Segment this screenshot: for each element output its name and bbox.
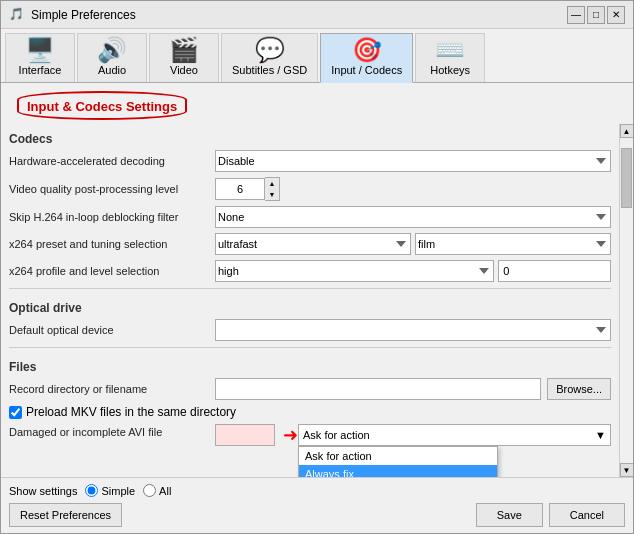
skip-h264-row: Skip H.264 in-loop deblocking filter Non… — [9, 206, 611, 228]
title-bar: 🎵 Simple Preferences — □ ✕ — [1, 1, 633, 29]
preload-label: Preload MKV files in the same directory — [26, 405, 236, 419]
x264-preset-row: x264 preset and tuning selection ultrafa… — [9, 233, 611, 255]
spin-up[interactable]: ▲ — [265, 178, 279, 189]
maximize-button[interactable]: □ — [587, 6, 605, 24]
optical-section: Optical drive Default optical device — [9, 288, 611, 341]
tab-video[interactable]: 🎬 Video — [149, 33, 219, 82]
files-section: Files Record directory or filename Brows… — [9, 347, 611, 419]
x264-level-input[interactable] — [498, 260, 611, 282]
scroll-thumb-area — [620, 138, 633, 463]
close-button[interactable]: ✕ — [607, 6, 625, 24]
all-radio-label[interactable]: All — [143, 484, 171, 497]
video-icon: 🎬 — [169, 38, 199, 62]
minimize-button[interactable]: — — [567, 6, 585, 24]
scroll-down-button[interactable]: ▼ — [620, 463, 634, 477]
show-settings-row: Show settings Simple All — [9, 484, 625, 497]
damaged-avi-list: Ask for action Always fix Never fix Fix … — [298, 446, 498, 477]
section-title: Input & Codecs Settings — [17, 91, 187, 120]
damaged-avi-dropdown: Ask for action ▼ Ask for action Always f… — [298, 424, 611, 446]
tab-interface[interactable]: 🖥️ Interface — [5, 33, 75, 82]
bottom-buttons: Reset Preferences Save Cancel — [9, 503, 625, 527]
hardware-decoding-label: Hardware-accelerated decoding — [9, 155, 209, 167]
hardware-decoding-select[interactable]: Disable Automatic Direct3D11 — [215, 150, 611, 172]
interface-icon: 🖥️ — [25, 38, 55, 62]
browse-button[interactable]: Browse... — [547, 378, 611, 400]
scroll-thumb[interactable] — [621, 148, 632, 208]
tab-video-label: Video — [170, 64, 198, 76]
record-dir-input[interactable] — [215, 378, 541, 400]
optical-device-label: Default optical device — [9, 324, 209, 336]
optical-device-select[interactable] — [215, 319, 611, 341]
x264-preset-select[interactable]: ultrafast fast medium — [215, 233, 411, 255]
x264-preset-selects: ultrafast fast medium film animation gra… — [215, 233, 611, 255]
subtitles-icon: 💬 — [255, 38, 285, 62]
video-quality-row: Video quality post-processing level ▲ ▼ — [9, 177, 611, 201]
x264-profile-label: x264 profile and level selection — [9, 265, 209, 277]
x264-profile-select[interactable]: high baseline main — [215, 260, 494, 282]
avi-option-ask[interactable]: Ask for action — [299, 447, 497, 465]
tab-input[interactable]: 🎯 Input / Codecs — [320, 33, 413, 83]
content-scroll-area: Codecs Hardware-accelerated decoding Dis… — [1, 124, 633, 477]
tab-subtitles-label: Subtitles / GSD — [232, 64, 307, 76]
nav-tabs: 🖥️ Interface 🔊 Audio 🎬 Video 💬 Subtitles… — [1, 29, 633, 83]
tab-subtitles[interactable]: 💬 Subtitles / GSD — [221, 33, 318, 82]
video-quality-label: Video quality post-processing level — [9, 183, 209, 195]
record-dir-label: Record directory or filename — [9, 383, 209, 395]
dropdown-arrow-icon: ▼ — [595, 429, 606, 441]
x264-tuning-select[interactable]: film animation grain — [415, 233, 611, 255]
simple-radio[interactable] — [85, 484, 98, 497]
codecs-label: Codecs — [9, 132, 611, 146]
reset-button[interactable]: Reset Preferences — [9, 503, 122, 527]
x264-profile-row: x264 profile and level selection high ba… — [9, 260, 611, 282]
input-icon: 🎯 — [352, 38, 382, 62]
x264-profile-selects: high baseline main — [215, 260, 611, 282]
spin-down[interactable]: ▼ — [265, 189, 279, 200]
hardware-decoding-row: Hardware-accelerated decoding Disable Au… — [9, 150, 611, 172]
x264-preset-label: x264 preset and tuning selection — [9, 238, 209, 250]
main-content: Codecs Hardware-accelerated decoding Dis… — [1, 124, 619, 477]
skip-h264-label: Skip H.264 in-loop deblocking filter — [9, 211, 209, 223]
damaged-avi-value: Ask for action — [303, 429, 595, 441]
avi-option-always[interactable]: Always fix — [299, 465, 497, 477]
bottom-bar: Show settings Simple All Reset Preferenc… — [1, 477, 633, 533]
app-icon: 🎵 — [9, 7, 25, 23]
optical-label: Optical drive — [9, 301, 611, 315]
show-settings-label: Show settings — [9, 485, 77, 497]
skip-h264-select[interactable]: None Non-ref Bidir — [215, 206, 611, 228]
all-radio[interactable] — [143, 484, 156, 497]
spin-buttons: ▲ ▼ — [265, 177, 280, 201]
preload-checkbox[interactable] — [9, 406, 22, 419]
arrow-icon: ➜ — [283, 424, 298, 446]
tab-audio-label: Audio — [98, 64, 126, 76]
tab-audio[interactable]: 🔊 Audio — [77, 33, 147, 82]
tab-input-label: Input / Codecs — [331, 64, 402, 76]
window-title: Simple Preferences — [31, 8, 136, 22]
window-controls: — □ ✕ — [567, 6, 625, 24]
hotkeys-icon: ⌨️ — [435, 38, 465, 62]
scroll-up-button[interactable]: ▲ — [620, 124, 634, 138]
optical-device-row: Default optical device — [9, 319, 611, 341]
right-buttons: Save Cancel — [476, 503, 625, 527]
damaged-avi-trigger[interactable]: Ask for action ▼ — [298, 424, 611, 446]
simple-radio-label[interactable]: Simple — [85, 484, 135, 497]
damaged-avi-label: Damaged or incomplete AVI file — [9, 424, 209, 438]
files-label: Files — [9, 360, 611, 374]
video-quality-input[interactable] — [215, 178, 265, 200]
record-dir-row: Record directory or filename Browse... — [9, 378, 611, 400]
video-quality-spinner: ▲ ▼ — [215, 177, 285, 201]
main-window: 🎵 Simple Preferences — □ ✕ 🖥️ Interface … — [0, 0, 634, 534]
audio-icon: 🔊 — [97, 38, 127, 62]
scrollbar: ▲ ▼ — [619, 124, 633, 477]
tab-interface-label: Interface — [19, 64, 62, 76]
tab-hotkeys[interactable]: ⌨️ Hotkeys — [415, 33, 485, 82]
tab-hotkeys-label: Hotkeys — [430, 64, 470, 76]
preload-row: Preload MKV files in the same directory — [9, 405, 611, 419]
save-button[interactable]: Save — [476, 503, 543, 527]
damaged-avi-row: Damaged or incomplete AVI file ➜ Ask for… — [9, 424, 611, 446]
all-label: All — [159, 485, 171, 497]
cancel-button[interactable]: Cancel — [549, 503, 625, 527]
simple-label: Simple — [101, 485, 135, 497]
